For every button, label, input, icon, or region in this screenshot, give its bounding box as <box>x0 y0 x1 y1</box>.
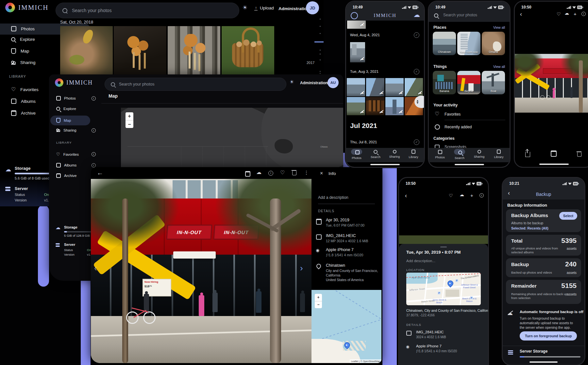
upload-cloud-button[interactable]: ☁ <box>564 10 569 16</box>
search-input[interactable]: Search your photos <box>105 78 286 91</box>
map-zoom-controls[interactable]: + − <box>126 112 133 128</box>
favorite-button[interactable]: ♡ <box>449 193 453 198</box>
in-n-out-photo[interactable]: IN-N-OUT IN-N-OUT Now Hiring $18⁷⁵ <box>91 179 311 363</box>
nav-item-library[interactable]: Library <box>405 149 422 159</box>
sidebar-item-albums[interactable]: Albums i <box>11 99 36 104</box>
zoom-out-button[interactable]: − <box>315 301 322 308</box>
info-icon[interactable]: i <box>92 128 96 133</box>
add-description-field[interactable]: Add a description <box>318 195 348 200</box>
sidebar-item-photos[interactable]: Photos i <box>56 96 76 101</box>
in-n-out-photo-mobile[interactable] <box>515 54 588 113</box>
back-chevron[interactable]: ‹ <box>405 192 407 199</box>
nav-item-library[interactable]: Library <box>490 149 507 159</box>
photo-thumbnail[interactable]: ☁ <box>350 42 365 62</box>
nav-item-search[interactable]: Search <box>451 149 468 160</box>
close-icon[interactable]: × <box>320 170 323 176</box>
select-button[interactable]: Select <box>559 212 577 220</box>
sidebar-item-favorites[interactable]: ♡ Favorites i <box>56 152 79 156</box>
photo-thumbnail[interactable] <box>168 26 220 74</box>
places-view-all[interactable]: View all <box>493 25 505 29</box>
photo-thumbnail[interactable] <box>114 26 166 74</box>
things-view-all[interactable]: View all <box>493 65 505 69</box>
photo-thumbnail[interactable] <box>222 26 274 74</box>
share-icon[interactable] <box>525 152 530 157</box>
search-input[interactable]: Search your photos <box>56 3 239 18</box>
upload-button[interactable]: ↑ Upload <box>254 6 274 10</box>
sidebar-item-albums[interactable]: Albums i <box>56 163 76 167</box>
thing-card-bicycle[interactable]: Bicycle <box>457 71 480 94</box>
delete-button[interactable] <box>292 171 296 175</box>
sidebar-item-explore[interactable]: Explore <box>11 37 35 42</box>
info-button[interactable]: i <box>479 193 484 198</box>
zoom-out-button[interactable]: − <box>126 120 133 128</box>
sidebar-item-explore[interactable]: Explore <box>56 107 76 111</box>
search-input[interactable]: Search your photos <box>443 13 477 17</box>
administration-link[interactable]: Administration <box>278 6 310 11</box>
place-card-near-north-side[interactable]: Near north side <box>457 32 480 55</box>
photo-thumbnail[interactable]: ☁ <box>385 97 404 115</box>
photo-thumbnail[interactable]: ☁ <box>385 78 404 96</box>
sidebar-item-archive[interactable]: Archive i <box>11 110 36 116</box>
home-indicator[interactable] <box>529 361 558 363</box>
nav-item-search[interactable]: Search <box>367 149 384 159</box>
user-avatar[interactable]: AU <box>328 77 339 88</box>
back-button[interactable]: ← <box>97 169 103 177</box>
photo-thumbnail[interactable]: ☁ <box>347 21 366 29</box>
add-description-field[interactable]: Add description... <box>406 259 435 263</box>
sidebar-item-map[interactable]: Map <box>56 118 71 123</box>
nav-item-photos[interactable]: Photos <box>348 149 365 160</box>
delete-icon[interactable] <box>577 152 581 157</box>
sheet-handle[interactable] <box>440 246 447 247</box>
nav-item-photos[interactable]: Photos <box>431 149 448 159</box>
photo-thumbnail[interactable] <box>60 26 113 74</box>
activity-favorites[interactable]: Favorites <box>445 112 461 117</box>
location-title[interactable]: Chinatown <box>326 263 345 268</box>
thing-card-banana[interactable]: Banana <box>433 71 456 94</box>
select-day-checkbox[interactable]: ✓ <box>414 139 419 145</box>
immich-logo[interactable]: IMMICH <box>5 3 49 12</box>
archive-button[interactable] <box>245 171 250 177</box>
administration-link[interactable]: Administration <box>300 81 328 85</box>
info-icon[interactable]: i <box>92 163 96 167</box>
nav-item-sharing[interactable]: Sharing <box>471 149 488 158</box>
activity-recent[interactable]: Recently added <box>445 125 472 129</box>
theme-toggle-icon[interactable]: ☀ <box>290 79 294 85</box>
map-zoom-controls[interactable]: + − <box>315 294 322 308</box>
sidebar-item-sharing[interactable]: Sharing i <box>56 128 76 132</box>
add-button[interactable]: + <box>470 193 473 198</box>
info-button[interactable]: i <box>268 171 273 176</box>
home-indicator[interactable] <box>455 164 484 165</box>
favorite-button[interactable]: ♡ <box>280 170 285 175</box>
upload-cloud-button[interactable]: ☁ <box>256 169 261 175</box>
select-day-checkbox[interactable]: ✓ <box>414 32 419 38</box>
sidebar-item-photos[interactable]: Photos i <box>11 26 35 31</box>
timeline-scrubber[interactable]: 2017 <box>307 16 324 78</box>
user-avatar[interactable]: JD <box>306 1 319 14</box>
theme-toggle-icon[interactable]: ☀ <box>243 4 247 11</box>
favorite-button[interactable]: ♡ <box>557 12 561 16</box>
info-icon[interactable]: i <box>92 152 96 156</box>
prev-photo-chevron[interactable]: ‹ <box>94 263 97 273</box>
more-options-button[interactable]: ⋮ <box>304 170 309 176</box>
zoom-in-button[interactable]: + <box>315 294 322 301</box>
info-button[interactable]: i <box>581 12 586 16</box>
immich-logo[interactable]: IMMICH <box>55 78 93 87</box>
info-icon[interactable]: i <box>92 96 96 101</box>
photo-thumbnail[interactable]: ☁ <box>405 78 423 96</box>
archive-icon[interactable] <box>551 151 557 157</box>
sidebar-item-map[interactable]: Map <box>11 48 29 54</box>
photo-thumbnail[interactable]: ☁ <box>366 78 384 96</box>
back-chevron[interactable]: ‹ <box>520 11 522 18</box>
zoom-in-button[interactable]: + <box>126 112 133 120</box>
place-card-chinatown[interactable]: Chinatown <box>433 32 456 55</box>
foreground-enable-button[interactable]: Turn on foreground backup <box>520 331 577 341</box>
nav-item-sharing[interactable]: Sharing <box>386 149 403 158</box>
thing-card-boat[interactable]: Boat <box>482 71 505 94</box>
place-card-omaha[interactable]: Omaha <box>482 32 505 55</box>
home-indicator[interactable] <box>370 164 400 165</box>
photo-thumbnail[interactable]: ☁ <box>347 78 365 96</box>
home-indicator[interactable] <box>539 164 569 165</box>
select-day-checkbox[interactable]: ✓ <box>414 69 419 74</box>
add-button[interactable]: + <box>574 11 577 17</box>
location-map[interactable]: Hyde Street Harbor The Embarcadero Jeffe… <box>406 273 481 305</box>
